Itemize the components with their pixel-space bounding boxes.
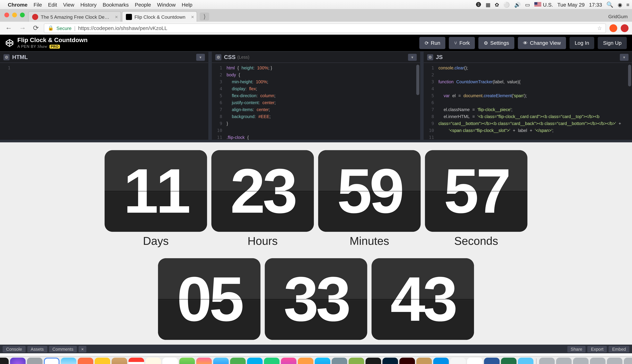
dock-minimized-window[interactable] bbox=[556, 358, 572, 364]
login-button[interactable]: Log In bbox=[570, 37, 594, 49]
dock-launchpad-icon[interactable] bbox=[27, 358, 42, 364]
nav-forward-button[interactable]: → bbox=[17, 24, 28, 32]
panel-dropdown-button[interactable]: ▾ bbox=[620, 54, 628, 60]
extension-icon[interactable] bbox=[621, 24, 628, 32]
new-tab-button[interactable]: ⟩ bbox=[200, 13, 209, 20]
dock-minimized-window[interactable] bbox=[573, 358, 588, 364]
run-button[interactable]: ⟳Run bbox=[420, 37, 446, 49]
dock-maps-icon[interactable] bbox=[179, 358, 195, 364]
dock-firefox-icon[interactable] bbox=[78, 358, 93, 364]
dock-terminal-icon[interactable] bbox=[0, 358, 8, 364]
dock-app-icon[interactable] bbox=[416, 358, 432, 364]
signup-button[interactable]: Sign Up bbox=[598, 37, 627, 49]
window-minimize[interactable] bbox=[12, 12, 17, 17]
nav-reload-button[interactable]: ⟳ bbox=[31, 24, 40, 32]
dock-reminders-icon[interactable] bbox=[162, 358, 178, 364]
status-wifi-icon[interactable]: ⚪ bbox=[503, 2, 510, 8]
gear-icon[interactable]: ⚙ bbox=[427, 54, 433, 60]
tab-close-icon[interactable]: × bbox=[115, 14, 118, 20]
dock-appstore-icon[interactable] bbox=[314, 358, 330, 364]
dock-minimized-window[interactable] bbox=[590, 358, 605, 364]
footer-export-button[interactable]: Export bbox=[588, 346, 607, 352]
window-zoom[interactable] bbox=[20, 12, 25, 17]
menu-file[interactable]: File bbox=[34, 2, 42, 8]
settings-button[interactable]: ⚙Settings bbox=[478, 37, 514, 49]
tab-close-icon[interactable]: × bbox=[191, 14, 194, 20]
dock-ibooks-icon[interactable] bbox=[298, 358, 313, 364]
panel-dropdown-button[interactable]: ▾ bbox=[196, 54, 205, 60]
address-bar[interactable]: 🔒 Secure | https://codepen.io/shshaw/pen… bbox=[44, 23, 606, 33]
status-skype-icon[interactable]: 🅢 bbox=[476, 2, 481, 8]
dock-preview-icon[interactable] bbox=[518, 358, 533, 364]
change-view-button[interactable]: 👁Change View bbox=[518, 37, 566, 49]
dock-teamviewer-icon[interactable] bbox=[433, 358, 448, 364]
scrollbar[interactable] bbox=[628, 65, 631, 86]
dock-safari-icon[interactable] bbox=[60, 358, 76, 364]
dock-photos-icon[interactable] bbox=[196, 358, 212, 364]
dock-minimized-window[interactable] bbox=[606, 358, 622, 364]
menu-bookmarks[interactable]: Bookmarks bbox=[103, 2, 129, 8]
footer-embed-button[interactable]: Embed bbox=[609, 346, 630, 352]
footer-assets-button[interactable]: Assets bbox=[27, 346, 47, 352]
menu-view[interactable]: View bbox=[63, 2, 74, 8]
fork-button[interactable]: ⑂Fork bbox=[449, 37, 475, 49]
dock-illustrator-icon[interactable] bbox=[399, 358, 415, 364]
dock-mail-icon[interactable] bbox=[213, 358, 228, 364]
html-code-editor[interactable] bbox=[13, 63, 208, 140]
footer-close-button[interactable]: × bbox=[78, 346, 86, 352]
browser-tab-1[interactable]: The 5 Amazing Free Clock De… × bbox=[28, 11, 121, 22]
bookmark-star-icon[interactable]: ☆ bbox=[597, 25, 602, 31]
footer-comments-button[interactable]: Comments bbox=[49, 346, 77, 352]
status-app-icon[interactable]: ▦ bbox=[486, 2, 490, 8]
dock-chrome-icon[interactable] bbox=[44, 358, 59, 364]
menu-history[interactable]: History bbox=[80, 2, 96, 8]
dock-app-icon[interactable] bbox=[348, 358, 364, 364]
spotlight-icon[interactable]: 🔍 bbox=[606, 1, 613, 8]
scrollbar[interactable] bbox=[416, 65, 419, 95]
css-code-editor[interactable]: html { height: 100%; } body { min-height… bbox=[225, 63, 420, 140]
footer-share-button[interactable]: Share bbox=[567, 346, 586, 352]
app-menu[interactable]: Chrome bbox=[8, 2, 28, 8]
extension-icon[interactable] bbox=[609, 24, 617, 32]
status-date[interactable]: Tue May 29 bbox=[557, 2, 584, 8]
menu-people[interactable]: People bbox=[135, 2, 151, 8]
dock-siri-icon[interactable] bbox=[10, 358, 26, 364]
dock-app-icon[interactable] bbox=[450, 358, 466, 364]
menu-window[interactable]: Window bbox=[157, 2, 176, 8]
dock-pycharm-icon[interactable] bbox=[264, 358, 279, 364]
footer-console-button[interactable]: Console bbox=[3, 346, 26, 352]
status-battery-icon[interactable]: ▭ bbox=[525, 2, 530, 8]
dock-app-icon[interactable] bbox=[365, 358, 381, 364]
panel-dropdown-button[interactable]: ▾ bbox=[408, 54, 417, 60]
dock-preferences-icon[interactable] bbox=[332, 358, 347, 364]
dock-word-icon[interactable] bbox=[484, 358, 500, 364]
dock-messages-icon[interactable] bbox=[230, 358, 246, 364]
status-time[interactable]: 17:33 bbox=[589, 2, 602, 8]
gear-icon[interactable]: ⚙ bbox=[4, 54, 10, 60]
dock-minimized-window[interactable] bbox=[624, 358, 632, 364]
codepen-logo-icon[interactable] bbox=[5, 39, 14, 48]
dock-photoshop-icon[interactable] bbox=[382, 358, 398, 364]
dock-skype-icon[interactable] bbox=[247, 358, 262, 364]
menu-edit[interactable]: Edit bbox=[48, 2, 57, 8]
status-volume-icon[interactable]: 🔊 bbox=[514, 2, 521, 8]
dock-notes-icon[interactable] bbox=[145, 358, 161, 364]
dock-contacts-icon[interactable] bbox=[111, 358, 127, 364]
dock-app-icon[interactable] bbox=[94, 358, 110, 364]
dock-excel-icon[interactable] bbox=[501, 358, 516, 364]
notification-center-icon[interactable]: ≡ bbox=[626, 2, 628, 8]
dock-itunes-icon[interactable] bbox=[280, 358, 296, 364]
menu-help[interactable]: Help bbox=[182, 2, 192, 8]
window-close[interactable] bbox=[4, 12, 9, 17]
siri-icon[interactable]: ◉ bbox=[618, 2, 622, 8]
gear-icon[interactable]: ⚙ bbox=[215, 54, 221, 60]
status-input-source[interactable]: U.S. bbox=[534, 2, 553, 8]
browser-tab-2-active[interactable]: Flip Clock & Countdown × bbox=[122, 11, 197, 22]
output-preview: 11 Days 23 Hours 59 Minutes 57 Seconds 0… bbox=[0, 142, 632, 344]
dock-minimized-window[interactable] bbox=[539, 358, 554, 364]
js-code-editor[interactable]: console.clear(); function CountdownTrack… bbox=[437, 63, 632, 140]
dock-textedit-icon[interactable] bbox=[467, 358, 482, 364]
nav-back-button[interactable]: ← bbox=[4, 24, 14, 32]
dock-calendar-icon[interactable] bbox=[128, 358, 144, 364]
status-flower-icon[interactable]: ✿ bbox=[495, 2, 499, 8]
